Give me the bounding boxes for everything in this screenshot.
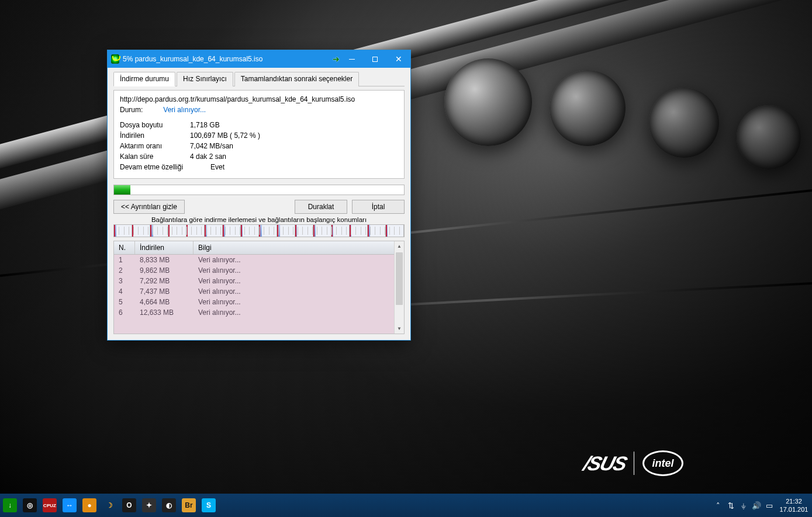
idm-tray-icon[interactable]: ↓ (0, 494, 20, 517)
tray-volume-icon[interactable]: 🔊 (750, 494, 763, 517)
cell-info: Veri alınıyor... (194, 308, 404, 317)
taskbar: ↓◎CPUZ↔●☽O✦◐BrS ˄⇅⏚🔊▭ 21:32 17.01.201 (0, 494, 812, 517)
segment (241, 225, 259, 237)
scroll-thumb[interactable] (396, 252, 403, 305)
origin-icon[interactable]: O (119, 494, 139, 517)
cell-downloaded: 12,633 MB (135, 308, 194, 317)
cell-n: 5 (114, 298, 135, 306)
clock-date: 17.01.201 (777, 505, 811, 513)
cell-info: Veri alınıyor... (194, 266, 404, 275)
resume-value: Evet (210, 163, 224, 171)
cell-downloaded: 7,292 MB (135, 277, 194, 285)
cell-n: 4 (114, 287, 135, 296)
segment (114, 225, 132, 237)
table-scrollbar[interactable]: ▲ ▼ (394, 241, 404, 334)
table-row[interactable]: 47,437 MBVeri alınıyor... (114, 286, 404, 297)
tab-on-completion[interactable]: Tamamlandıktan sonraki seçenekler (234, 72, 359, 86)
cell-n: 3 (114, 277, 135, 285)
segment (313, 225, 331, 237)
window-title: 5% pardus_kurumsal_kde_64_kurumsal5.iso (123, 55, 262, 63)
table-row[interactable]: 54,664 MBVeri alınıyor... (114, 297, 404, 307)
scroll-down-button[interactable]: ▼ (395, 324, 404, 334)
cpuz-icon[interactable]: CPUZ (40, 494, 60, 517)
game2-icon[interactable]: ◐ (159, 494, 179, 517)
file-url: http://depo.pardus.org.tr/kurumsal/pardu… (120, 95, 398, 103)
info-panel: http://depo.pardus.org.tr/kurumsal/pardu… (113, 90, 405, 179)
hide-details-button[interactable]: << Ayrıntıları gizle (113, 200, 185, 214)
segment-progress-bar (113, 224, 405, 237)
scroll-up-button[interactable]: ▲ (395, 241, 404, 251)
titlebar[interactable]: 5% pardus_kurumsal_kde_64_kurumsal5.iso … (108, 50, 410, 68)
cell-info: Veri alınıyor... (194, 277, 404, 285)
wallpaper-brand: /SUS intel (584, 450, 683, 476)
transfer-rate-label: Aktarım oranı (120, 142, 190, 150)
cell-info: Veri alınıyor... (194, 298, 404, 306)
cell-n: 2 (114, 266, 135, 275)
firefox-icon[interactable]: ◎ (20, 494, 40, 517)
time-left-value: 4 dak 2 san (190, 152, 226, 161)
moon-icon[interactable]: ☽ (99, 494, 119, 517)
file-size-label: Dosya boyutu (120, 121, 190, 129)
tray-network-icon[interactable]: ⇅ (724, 494, 737, 517)
minimize-button[interactable] (340, 50, 363, 68)
table-row[interactable]: 29,862 MBVeri alınıyor... (114, 265, 404, 276)
idm-app-icon (111, 54, 119, 64)
clock-time: 21:32 (777, 497, 811, 505)
tray-actioncenter-icon[interactable]: ▭ (763, 494, 776, 517)
segment (259, 225, 277, 237)
segment (186, 225, 205, 237)
cell-n: 6 (114, 308, 135, 317)
maximize-button[interactable] (364, 50, 387, 68)
cell-info: Veri alınıyor... (194, 287, 404, 296)
cell-n: 1 (114, 256, 135, 264)
tray-wifi-icon[interactable]: ⏚ (737, 494, 750, 517)
status-value: Veri alınıyor... (163, 106, 206, 114)
download-arrow-icon: ➜ (333, 54, 340, 64)
cell-downloaded: 9,862 MB (135, 266, 194, 275)
col-header-n[interactable]: N. (114, 241, 135, 254)
resume-label: Devam etme özelliği (120, 163, 210, 171)
cell-info: Veri alınıyor... (194, 256, 404, 264)
table-row[interactable]: 612,633 MBVeri alınıyor... (114, 307, 404, 318)
download-progress-window: 5% pardus_kurumsal_kde_64_kurumsal5.iso … (107, 50, 411, 341)
connections-table: N. İndirilen Bilgi 18,833 MBVeri alınıyo… (113, 241, 405, 334)
teamviewer-icon[interactable]: ↔ (60, 494, 80, 517)
intel-logo: intel (642, 450, 683, 476)
bridge-icon[interactable]: Br (179, 494, 199, 517)
daemon-icon[interactable]: ● (80, 494, 99, 517)
game1-icon[interactable]: ✦ (139, 494, 159, 517)
skype-icon[interactable]: S (199, 494, 219, 517)
cancel-button[interactable]: İptal (352, 200, 405, 214)
tray-up-icon[interactable]: ˄ (711, 494, 724, 517)
taskbar-clock[interactable]: 21:32 17.01.201 (776, 495, 812, 516)
pause-button[interactable]: Duraklat (295, 200, 347, 214)
segment (168, 225, 186, 237)
col-header-info[interactable]: Bilgi (194, 241, 404, 254)
connections-caption: Bağlantılara göre indirme ilerlemesi ve … (113, 216, 405, 223)
progress-bar (113, 185, 405, 195)
cell-downloaded: 7,437 MB (135, 287, 194, 296)
close-button[interactable]: ✕ (387, 50, 410, 68)
cell-downloaded: 8,833 MB (135, 256, 194, 264)
tabs: İndirme durumu Hız Sınırlayıcı Tamamland… (113, 71, 405, 86)
downloaded-label: İndirilen (120, 131, 190, 140)
time-left-label: Kalan süre (120, 152, 190, 161)
asus-logo: /SUS (581, 452, 628, 475)
transfer-rate-value: 7,042 MB/san (190, 142, 233, 150)
tab-download-status[interactable]: İndirme durumu (113, 72, 175, 86)
downloaded-value: 100,697 MB ( 5,72 % ) (190, 131, 260, 140)
table-row[interactable]: 18,833 MBVeri alınıyor... (114, 255, 404, 265)
tab-speed-limiter[interactable]: Hız Sınırlayıcı (177, 72, 233, 86)
file-size-value: 1,718 GB (190, 121, 220, 129)
table-row[interactable]: 37,292 MBVeri alınıyor... (114, 276, 404, 286)
cell-downloaded: 4,664 MB (135, 298, 194, 306)
segment (386, 225, 404, 237)
col-header-downloaded[interactable]: İndirilen (135, 241, 194, 254)
status-label: Durum: (120, 106, 143, 114)
segment (331, 225, 350, 237)
